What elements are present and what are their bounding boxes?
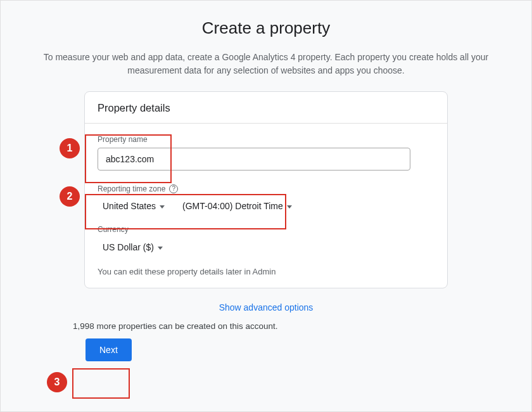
- chevron-down-icon: [287, 205, 292, 209]
- help-icon[interactable]: ?: [169, 184, 178, 193]
- callout-badge-1: 1: [60, 138, 80, 158]
- reporting-timezone-label-text: Reporting time zone: [98, 184, 165, 193]
- timezone-dropdown[interactable]: (GMT-04:00) Detroit Time: [182, 201, 292, 211]
- chevron-down-icon: [160, 205, 165, 209]
- property-name-label: Property name: [98, 135, 434, 144]
- chevron-down-icon: [158, 247, 163, 250]
- currency-value: US Dollar ($): [103, 242, 154, 252]
- timezone-value: (GMT-04:00) Detroit Time: [182, 201, 283, 211]
- card-header: Property details: [85, 92, 447, 124]
- country-dropdown[interactable]: United States: [103, 201, 165, 211]
- remaining-properties-text: 1,998 more properties can be created on …: [73, 321, 448, 331]
- callout-badge-2: 2: [60, 186, 80, 207]
- reporting-timezone-label: Reporting time zone ?: [98, 184, 434, 193]
- page-description: To measure your web and app data, create…: [23, 51, 509, 77]
- country-value: United States: [103, 201, 156, 211]
- callout-badge-3: 3: [47, 372, 67, 392]
- currency-label: Currency: [98, 225, 434, 234]
- property-name-input[interactable]: [98, 148, 410, 171]
- currency-dropdown[interactable]: US Dollar ($): [103, 242, 163, 252]
- show-advanced-options-link[interactable]: Show advanced options: [84, 299, 448, 321]
- property-details-card: Property details Property name Reporting…: [84, 91, 448, 288]
- next-button[interactable]: Next: [86, 338, 132, 361]
- page-title: Create a property: [23, 18, 509, 38]
- callout-box-3: [72, 368, 130, 399]
- edit-later-note: You can edit these property details late…: [98, 267, 434, 276]
